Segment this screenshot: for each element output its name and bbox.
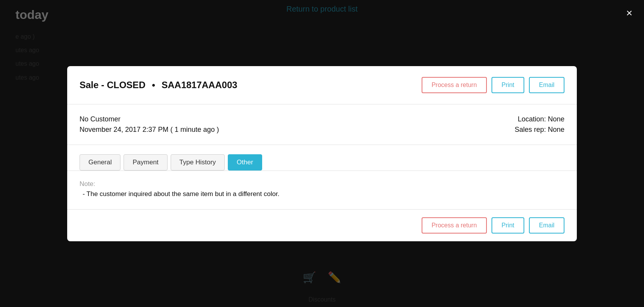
modal-footer: Process a return Print Email: [67, 210, 577, 241]
modal-title: Sale - CLOSED • SAA1817AAA003: [80, 80, 237, 90]
print-button-bottom[interactable]: Print: [491, 217, 524, 234]
modal-info: No Customer November 24, 2017 2:37 PM ( …: [67, 104, 577, 145]
tab-general[interactable]: General: [80, 154, 120, 171]
modal-info-right: Location: None Sales rep: None: [515, 115, 564, 134]
note-label: Note:: [80, 180, 564, 188]
tab-type-history[interactable]: Type History: [171, 154, 225, 171]
tab-payment[interactable]: Payment: [124, 154, 167, 171]
sale-status: Sale - CLOSED: [80, 80, 146, 90]
process-return-button-bottom[interactable]: Process a return: [422, 217, 487, 234]
process-return-button-top[interactable]: Process a return: [422, 77, 487, 93]
sale-id: SAA1817AAA003: [161, 80, 237, 90]
location-label: Location: None: [515, 115, 564, 123]
modal-info-left: No Customer November 24, 2017 2:37 PM ( …: [80, 115, 219, 134]
tab-other[interactable]: Other: [228, 154, 262, 171]
modal-overlay: × Sale - CLOSED • SAA1817AAA003 Process …: [0, 0, 644, 307]
modal-header: Sale - CLOSED • SAA1817AAA003 Process a …: [67, 66, 577, 104]
tabs-row: General Payment Type History Other: [80, 154, 564, 171]
email-button-top[interactable]: Email: [529, 77, 564, 93]
modal-header-actions: Process a return Print Email: [422, 77, 564, 93]
separator: •: [152, 80, 155, 90]
tab-content-other: Note: - The customer inquired about the …: [67, 171, 577, 210]
sale-date: November 24, 2017 2:37 PM ( 1 minute ago…: [80, 126, 219, 134]
print-button-top[interactable]: Print: [491, 77, 524, 93]
email-button-bottom[interactable]: Email: [529, 217, 564, 234]
note-text: - The customer inquired about the same i…: [83, 190, 564, 198]
modal: Sale - CLOSED • SAA1817AAA003 Process a …: [67, 66, 577, 241]
close-button[interactable]: ×: [626, 8, 632, 19]
sales-rep-label: Sales rep: None: [515, 126, 564, 134]
tabs-section: General Payment Type History Other: [67, 145, 577, 171]
customer-label: No Customer: [80, 115, 219, 123]
